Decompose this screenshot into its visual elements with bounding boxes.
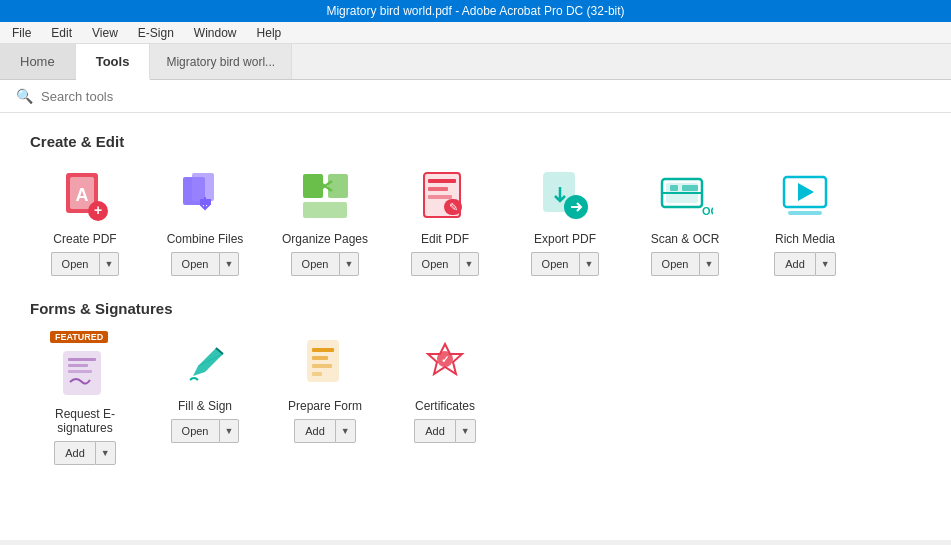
tool-card-request-esig: FEATURED Request E-signatures Add xyxy=(30,333,140,465)
tool-card-fill-sign: Fill & Sign Open ▼ xyxy=(150,333,260,465)
create-pdf-open-btn[interactable]: Open xyxy=(51,252,99,276)
create-edit-section: Create & Edit A + Create PDF Open ▼ xyxy=(30,133,921,276)
request-esig-add-btn[interactable]: Add xyxy=(54,441,95,465)
request-esig-btn-group: Add ▼ xyxy=(54,441,116,465)
title-text: Migratory bird world.pdf - Adobe Acrobat… xyxy=(326,4,624,18)
tool-card-export-pdf: Export PDF Open ▼ xyxy=(510,166,620,276)
fill-sign-dropdown-btn[interactable]: ▼ xyxy=(219,419,240,443)
prepare-form-btn-group: Add ▼ xyxy=(294,419,356,443)
main-content: Create & Edit A + Create PDF Open ▼ xyxy=(0,113,951,540)
create-pdf-btn-group: Open ▼ xyxy=(51,252,120,276)
organize-pages-open-btn[interactable]: Open xyxy=(291,252,339,276)
svg-rect-23 xyxy=(682,185,698,191)
svg-rect-6 xyxy=(192,173,214,201)
create-edit-title: Create & Edit xyxy=(30,133,921,150)
svg-rect-12 xyxy=(428,179,456,183)
fill-sign-btn-group: Open ▼ xyxy=(171,419,240,443)
forms-signatures-title: Forms & Signatures xyxy=(30,300,921,317)
scan-ocr-dropdown-btn[interactable]: ▼ xyxy=(699,252,720,276)
svg-text:✎: ✎ xyxy=(448,201,457,213)
combine-files-dropdown-btn[interactable]: ▼ xyxy=(219,252,240,276)
create-pdf-label: Create PDF xyxy=(53,232,116,246)
tool-card-combine-files: Combine Files Open ▼ xyxy=(150,166,260,276)
rich-media-label: Rich Media xyxy=(775,232,835,246)
svg-rect-14 xyxy=(428,195,452,199)
tab-document[interactable]: Migratory bird worl... xyxy=(150,44,292,79)
rich-media-icon xyxy=(770,166,840,226)
forms-signatures-section: Forms & Signatures FEATURED xyxy=(30,300,921,465)
menu-view[interactable]: View xyxy=(88,24,122,42)
scan-ocr-btn-group: Open ▼ xyxy=(651,252,720,276)
certificates-add-btn[interactable]: Add xyxy=(414,419,455,443)
search-input[interactable] xyxy=(41,89,241,104)
search-bar: 🔍 xyxy=(0,80,951,113)
certificates-icon: ✓ xyxy=(410,333,480,393)
combine-files-btn-group: Open ▼ xyxy=(171,252,240,276)
edit-pdf-label: Edit PDF xyxy=(421,232,469,246)
svg-rect-29 xyxy=(68,364,88,367)
create-edit-grid: A + Create PDF Open ▼ xyxy=(30,166,921,276)
menu-help[interactable]: Help xyxy=(253,24,286,42)
request-esig-dropdown-btn[interactable]: ▼ xyxy=(95,441,116,465)
create-pdf-icon: A + xyxy=(50,166,120,226)
rich-media-btn-group: Add ▼ xyxy=(774,252,836,276)
prepare-form-add-btn[interactable]: Add xyxy=(294,419,335,443)
edit-pdf-dropdown-btn[interactable]: ▼ xyxy=(459,252,480,276)
rich-media-add-btn[interactable]: Add xyxy=(774,252,815,276)
menu-edit[interactable]: Edit xyxy=(47,24,76,42)
tab-bar: Home Tools Migratory bird worl... xyxy=(0,44,951,80)
request-esig-label: Request E-signatures xyxy=(30,407,140,435)
tool-card-prepare-form: Prepare Form Add ▼ xyxy=(270,333,380,465)
prepare-form-dropdown-btn[interactable]: ▼ xyxy=(335,419,356,443)
organize-pages-btn-group: Open ▼ xyxy=(291,252,360,276)
edit-pdf-icon: ✎ xyxy=(410,166,480,226)
create-pdf-dropdown-btn[interactable]: ▼ xyxy=(99,252,120,276)
svg-rect-22 xyxy=(670,185,678,191)
title-bar: Migratory bird world.pdf - Adobe Acrobat… xyxy=(0,0,951,22)
tool-card-create-pdf: A + Create PDF Open ▼ xyxy=(30,166,140,276)
svg-rect-34 xyxy=(312,356,328,360)
svg-rect-36 xyxy=(312,372,322,376)
certificates-btn-group: Add ▼ xyxy=(414,419,476,443)
combine-files-icon xyxy=(170,166,240,226)
svg-text:✓: ✓ xyxy=(441,354,449,365)
export-pdf-open-btn[interactable]: Open xyxy=(531,252,579,276)
export-pdf-icon xyxy=(530,166,600,226)
export-pdf-label: Export PDF xyxy=(534,232,596,246)
search-icon: 🔍 xyxy=(16,88,33,104)
organize-pages-dropdown-btn[interactable]: ▼ xyxy=(339,252,360,276)
svg-rect-30 xyxy=(68,370,92,373)
tool-card-organize-pages: Organize Pages Open ▼ xyxy=(270,166,380,276)
scan-ocr-icon: OCR xyxy=(650,166,720,226)
request-esig-icon xyxy=(50,341,120,401)
tool-card-edit-pdf: ✎ Edit PDF Open ▼ xyxy=(390,166,500,276)
export-pdf-dropdown-btn[interactable]: ▼ xyxy=(579,252,600,276)
tab-home[interactable]: Home xyxy=(0,44,76,79)
prepare-form-icon xyxy=(290,333,360,393)
certificates-label: Certificates xyxy=(415,399,475,413)
fill-sign-open-btn[interactable]: Open xyxy=(171,419,219,443)
edit-pdf-btn-group: Open ▼ xyxy=(411,252,480,276)
svg-text:OCR: OCR xyxy=(702,205,713,217)
edit-pdf-open-btn[interactable]: Open xyxy=(411,252,459,276)
tool-card-certificates: ✓ Certificates Add ▼ xyxy=(390,333,500,465)
svg-rect-35 xyxy=(312,364,332,368)
menu-esign[interactable]: E-Sign xyxy=(134,24,178,42)
fill-sign-icon xyxy=(170,333,240,393)
organize-pages-icon xyxy=(290,166,360,226)
featured-badge: FEATURED xyxy=(50,331,108,343)
svg-rect-13 xyxy=(428,187,448,191)
fill-sign-label: Fill & Sign xyxy=(178,399,232,413)
svg-rect-28 xyxy=(68,358,96,361)
scan-ocr-open-btn[interactable]: Open xyxy=(651,252,699,276)
svg-text:+: + xyxy=(93,202,101,218)
tab-tools[interactable]: Tools xyxy=(76,44,151,80)
menu-window[interactable]: Window xyxy=(190,24,241,42)
certificates-dropdown-btn[interactable]: ▼ xyxy=(455,419,476,443)
tool-card-scan-ocr: OCR Scan & OCR Open ▼ xyxy=(630,166,740,276)
combine-files-open-btn[interactable]: Open xyxy=(171,252,219,276)
rich-media-dropdown-btn[interactable]: ▼ xyxy=(815,252,836,276)
tool-card-rich-media: Rich Media Add ▼ xyxy=(750,166,860,276)
svg-rect-9 xyxy=(303,202,347,218)
menu-file[interactable]: File xyxy=(8,24,35,42)
